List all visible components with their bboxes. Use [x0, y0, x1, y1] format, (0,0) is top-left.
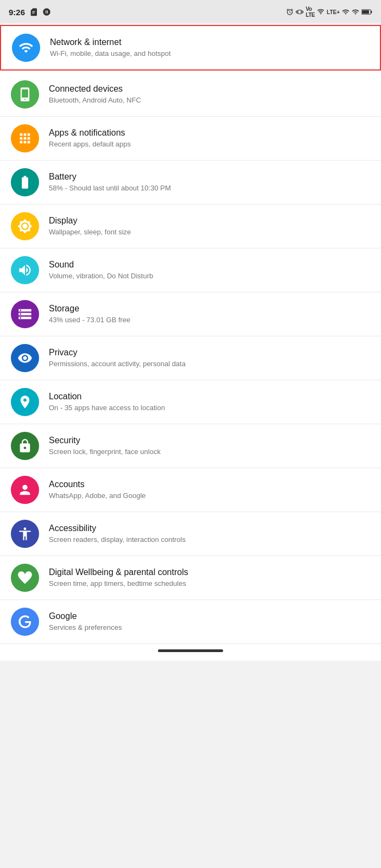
display-subtitle: Wallpaper, sleep, font size [49, 227, 370, 237]
settings-item-location[interactable]: Location On - 35 apps have access to loc… [0, 380, 381, 424]
apps-title: Apps & notifications [49, 127, 370, 139]
accounts-icon-circle [11, 476, 39, 504]
wellbeing-icon-circle [11, 564, 39, 592]
signal2-icon [352, 8, 359, 16]
apps-text: Apps & notifications Recent apps, defaul… [49, 127, 370, 150]
nav-bar [0, 644, 381, 661]
sound-subtitle: Volume, vibration, Do Not Disturb [49, 271, 370, 281]
settings-item-accessibility[interactable]: Accessibility Screen readers, display, i… [0, 512, 381, 556]
status-right: VoLTE LTE+ [286, 6, 372, 18]
accessibility-icon [17, 526, 33, 541]
privacy-icon [17, 350, 33, 366]
settings-item-network[interactable]: Network & internet Wi-Fi, mobile, data u… [0, 25, 381, 71]
google-subtitle: Services & preferences [49, 623, 370, 633]
accessibility-text: Accessibility Screen readers, display, i… [49, 523, 370, 545]
status-left: 9:26 [9, 8, 51, 17]
privacy-icon-circle [11, 344, 39, 372]
storage-icon [17, 307, 33, 322]
settings-item-display[interactable]: Display Wallpaper, sleep, font size [0, 205, 381, 248]
volte-icon: VoLTE [306, 6, 315, 18]
nav-pill[interactable] [158, 649, 223, 652]
location-icon-circle [11, 388, 39, 416]
svg-rect-1 [371, 11, 372, 13]
network-text: Network & internet Wi-Fi, mobile, data u… [50, 37, 369, 59]
wifi-icon [18, 40, 34, 55]
privacy-subtitle: Permissions, account activity, personal … [49, 359, 370, 369]
settings-item-sound[interactable]: Sound Volume, vibration, Do Not Disturb [0, 248, 381, 292]
security-icon-circle [11, 432, 39, 460]
apps-icon-circle [11, 124, 39, 152]
vibrate-icon [296, 8, 303, 16]
connected-icon [17, 87, 33, 102]
connected-icon-circle [11, 80, 39, 108]
location-subtitle: On - 35 apps have access to location [49, 403, 370, 413]
apps-icon [17, 131, 33, 146]
accounts-icon [17, 482, 33, 497]
location-title: Location [49, 391, 370, 403]
security-subtitle: Screen lock, fingerprint, face unlock [49, 447, 370, 457]
google-icon [17, 614, 33, 629]
connected-text: Connected devices Bluetooth, Android Aut… [49, 84, 370, 106]
display-text: Display Wallpaper, sleep, font size [49, 215, 370, 238]
battery-subtitle: 58% - Should last until about 10:30 PM [49, 183, 370, 193]
settings-item-storage[interactable]: Storage 43% used - 73.01 GB free [0, 292, 381, 336]
network-icon-circle [12, 34, 40, 62]
storage-text: Storage 43% used - 73.01 GB free [49, 303, 370, 326]
accounts-text: Accounts WhatsApp, Adobe, and Google [49, 479, 370, 501]
settings-item-battery[interactable]: Battery 58% - Should last until about 10… [0, 161, 381, 205]
wellbeing-text: Digital Wellbeing & parental controls Sc… [49, 567, 370, 589]
storage-subtitle: 43% used - 73.01 GB free [49, 315, 370, 325]
settings-item-accounts[interactable]: Accounts WhatsApp, Adobe, and Google [0, 468, 381, 512]
settings-item-apps[interactable]: Apps & notifications Recent apps, defaul… [0, 117, 381, 161]
status-bar: 9:26 VoLTE LTE+ [0, 0, 381, 23]
storage-icon-circle [11, 300, 39, 328]
network-title: Network & internet [50, 37, 369, 48]
accessibility-icon-circle [11, 520, 39, 548]
sound-icon [17, 263, 33, 278]
accounts-subtitle: WhatsApp, Adobe, and Google [49, 491, 370, 501]
display-icon-circle [11, 212, 39, 240]
storage-title: Storage [49, 303, 370, 315]
location-icon [17, 394, 33, 410]
wellbeing-title: Digital Wellbeing & parental controls [49, 567, 370, 578]
battery-icon [361, 8, 372, 16]
location-text: Location On - 35 apps have access to loc… [49, 391, 370, 413]
security-text: Security Screen lock, fingerprint, face … [49, 435, 370, 457]
battery-title: Battery [49, 171, 370, 183]
battery-circle [11, 168, 39, 196]
google-text: Google Services & preferences [49, 611, 370, 633]
status-time: 9:26 [9, 8, 25, 17]
display-title: Display [49, 215, 370, 227]
settings-item-security[interactable]: Security Screen lock, fingerprint, face … [0, 424, 381, 468]
sound-title: Sound [49, 259, 370, 271]
security-title: Security [49, 435, 370, 446]
wifi-calling-icon [317, 8, 325, 16]
wellbeing-icon [17, 570, 33, 585]
settings-item-connected[interactable]: Connected devices Bluetooth, Android Aut… [0, 73, 381, 117]
signal1-icon [342, 8, 350, 16]
network-subtitle: Wi-Fi, mobile, data usage, and hotspot [50, 49, 369, 59]
battery-settings-icon [17, 175, 33, 190]
sim-icon [29, 8, 38, 16]
privacy-title: Privacy [49, 347, 370, 359]
sound-icon-circle [11, 256, 39, 284]
google-icon-circle [11, 608, 39, 636]
settings-item-privacy[interactable]: Privacy Permissions, account activity, p… [0, 336, 381, 380]
accessibility-subtitle: Screen readers, display, interaction con… [49, 535, 370, 545]
settings-item-google[interactable]: Google Services & preferences [0, 600, 381, 644]
lte-icon: LTE+ [327, 9, 340, 15]
google-title: Google [49, 611, 370, 622]
accounts-title: Accounts [49, 479, 370, 490]
display-icon [17, 219, 33, 234]
sound-text: Sound Volume, vibration, Do Not Disturb [49, 259, 370, 282]
shazam-icon [42, 8, 51, 16]
privacy-text: Privacy Permissions, account activity, p… [49, 347, 370, 369]
settings-list: Network & internet Wi-Fi, mobile, data u… [0, 25, 381, 644]
security-icon [17, 438, 33, 454]
battery-text: Battery 58% - Should last until about 10… [49, 171, 370, 194]
alarm-icon [286, 8, 294, 16]
apps-subtitle: Recent apps, default apps [49, 139, 370, 149]
settings-item-wellbeing[interactable]: Digital Wellbeing & parental controls Sc… [0, 556, 381, 600]
connected-title: Connected devices [49, 84, 370, 95]
connected-subtitle: Bluetooth, Android Auto, NFC [49, 95, 370, 105]
